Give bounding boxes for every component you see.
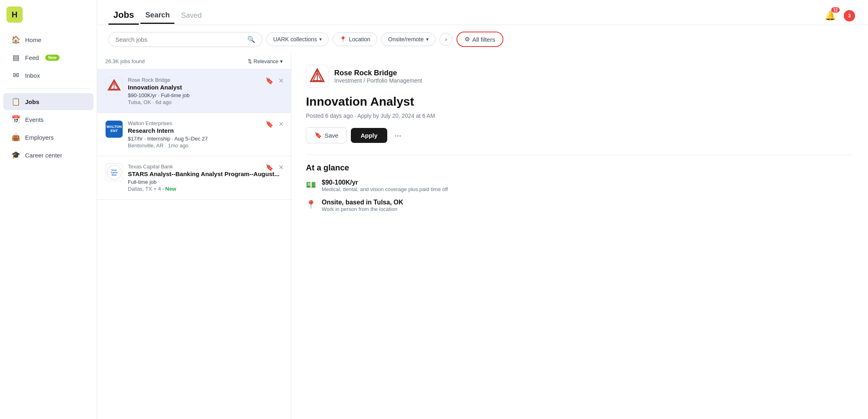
inbox-icon: ✉ xyxy=(11,71,20,80)
job-title-2: Research Intern xyxy=(128,127,283,134)
texas-capital-bank-logo: Texas Capital Bank xyxy=(106,164,122,181)
save-button[interactable]: 🔖 Save xyxy=(306,127,347,143)
glance-location-text: Onsite, based in Tulsa, OK Work in perso… xyxy=(322,199,403,212)
job-salary-1: $90-100K/yr · Full-time job xyxy=(128,92,283,98)
bookmark-button-3[interactable]: 🔖 xyxy=(264,162,275,173)
job-detail-title: Innovation Analyst xyxy=(306,95,853,108)
job-company-1: Rose Rock Bridge xyxy=(128,77,283,83)
sidebar-item-jobs[interactable]: 📋 Jobs xyxy=(3,93,93,110)
job-logo-2: WALTONENT xyxy=(105,120,123,138)
job-salary-2: $17/hr · Internship · Aug 5–Dec 27 xyxy=(128,136,283,142)
bookmark-button-1[interactable]: 🔖 xyxy=(264,75,275,86)
feed-new-badge: New xyxy=(45,55,59,61)
more-options-button[interactable]: ··· xyxy=(391,129,405,142)
company-logo-large xyxy=(306,65,329,87)
job-info-2: Walton Enterprises Research Intern $17/h… xyxy=(128,120,283,149)
feed-icon: ▤ xyxy=(11,53,20,62)
at-a-glance-title: At a glance xyxy=(306,163,853,172)
sidebar-item-feed[interactable]: ▤ Feed New xyxy=(3,49,93,66)
search-box[interactable]: 🔍 xyxy=(108,32,262,47)
career-center-icon: 🎓 xyxy=(11,151,20,160)
job-location-3: Dallas, TX + 4 · New xyxy=(128,186,283,192)
search-icon: 🔍 xyxy=(247,36,255,43)
rose-rock-bridge-logo xyxy=(107,79,121,93)
svg-text:Bank: Bank xyxy=(112,174,117,176)
apply-button[interactable]: Apply xyxy=(351,128,387,143)
job-meta: Posted 6 days ago · Apply by July 20, 20… xyxy=(306,113,853,119)
tab-search[interactable]: Search xyxy=(140,8,174,24)
filters-next-button[interactable]: › xyxy=(439,33,452,46)
onsite-filter-label: Onsite/remote xyxy=(388,36,424,43)
notifications-bell[interactable]: 🔔 12 xyxy=(823,9,837,23)
sidebar-item-inbox[interactable]: ✉ Inbox xyxy=(3,67,93,84)
all-filters-button[interactable]: ⚙ All filters xyxy=(456,32,503,47)
bookmark-button-2[interactable]: 🔖 xyxy=(264,119,275,130)
job-title-1: Innovation Analyst xyxy=(128,84,283,91)
uark-filter-button[interactable]: UARK collections ▾ xyxy=(266,32,329,46)
uark-filter-label: UARK collections xyxy=(273,36,317,43)
job-card-3[interactable]: Texas Capital Bank Texas Capital Bank ST… xyxy=(97,156,291,200)
posted-date: Posted 6 days ago xyxy=(306,113,353,119)
job-detail: Rose Rock Bridge Investment / Portfolio … xyxy=(291,53,868,419)
sidebar: H 🏠 Home ▤ Feed New ✉ Inbox 📋 Jobs 📅 Eve… xyxy=(0,0,97,419)
uark-chevron-icon: ▾ xyxy=(319,36,322,42)
header-tabs: Jobs Search Saved xyxy=(108,6,206,25)
dismiss-button-1[interactable]: ✕ xyxy=(277,75,285,86)
sidebar-item-events[interactable]: 📅 Events xyxy=(3,111,93,128)
bookmark-icon: 🔖 xyxy=(314,132,322,139)
dismiss-button-3[interactable]: ✕ xyxy=(277,162,285,173)
job-actions: 🔖 Save Apply ··· xyxy=(306,127,853,143)
job-location-2: Bentonville, AR · 1mo ago xyxy=(128,143,283,149)
search-input[interactable] xyxy=(115,36,244,43)
job-salary-3: Full-time job xyxy=(128,179,283,185)
all-filters-label: All filters xyxy=(472,36,495,43)
content-area: 26.3K jobs found ⇅ Relevance ▾ R xyxy=(97,53,868,419)
glance-location-main: Onsite, based in Tulsa, OK xyxy=(322,199,403,206)
glance-item-location: 📍 Onsite, based in Tulsa, OK Work in per… xyxy=(306,199,853,212)
sort-icon: ⇅ xyxy=(248,58,252,64)
header-right: 🔔 12 3 xyxy=(823,9,857,23)
dot-count: 3 xyxy=(844,10,855,21)
sidebar-item-career-center[interactable]: 🎓 Career center xyxy=(3,147,93,164)
company-header: Rose Rock Bridge Investment / Portfolio … xyxy=(306,65,853,87)
notifications-dot[interactable]: 3 xyxy=(842,9,857,23)
tab-saved[interactable]: Saved xyxy=(176,8,206,23)
glance-item-salary: 💵 $90-100K/yr Medical, dental, and visio… xyxy=(306,179,853,192)
salary-icon: 💵 xyxy=(306,180,316,189)
job-list-header: 26.3K jobs found ⇅ Relevance ▾ xyxy=(97,53,291,70)
page-header: Jobs Search Saved 🔔 12 3 xyxy=(97,0,868,25)
employers-icon: 👜 xyxy=(11,133,20,142)
job-location-1: Tulsa, OK · 6d ago xyxy=(128,99,283,105)
dismiss-button-2[interactable]: ✕ xyxy=(277,119,285,130)
sidebar-label-career-center: Career center xyxy=(25,152,62,159)
sidebar-item-home[interactable]: 🏠 Home xyxy=(3,31,93,48)
meta-separator: · xyxy=(354,113,357,119)
job-card-2[interactable]: WALTONENT Walton Enterprises Research In… xyxy=(97,113,291,156)
sidebar-label-home: Home xyxy=(25,36,41,43)
glance-salary-text: $90-100K/yr Medical, dental, and vision … xyxy=(322,179,448,192)
new-badge-3: · New xyxy=(161,186,176,192)
jobs-icon: 📋 xyxy=(11,97,20,106)
home-icon: 🏠 xyxy=(11,35,20,44)
sort-button[interactable]: ⇅ Relevance ▾ xyxy=(248,58,283,64)
sidebar-divider xyxy=(6,88,90,89)
job-card-1[interactable]: Rose Rock Bridge Innovation Analyst $90-… xyxy=(97,70,291,113)
apply-deadline: Apply by July 20, 2024 at 6 AM xyxy=(357,113,435,119)
job-card-1-actions: 🔖 ✕ xyxy=(264,75,285,86)
location-filter-button[interactable]: 📍 Location xyxy=(333,32,377,46)
job-logo-1 xyxy=(105,77,123,95)
glance-salary-main: $90-100K/yr xyxy=(322,179,448,186)
location-pin-detail-icon: 📍 xyxy=(306,200,316,209)
job-logo-3: Texas Capital Bank xyxy=(105,164,123,181)
job-company-2: Walton Enterprises xyxy=(128,120,283,126)
sort-label: Relevance xyxy=(254,58,278,64)
sidebar-item-employers[interactable]: 👜 Employers xyxy=(3,129,93,146)
sliders-icon: ⚙ xyxy=(465,36,470,43)
app-logo[interactable]: H xyxy=(6,6,23,23)
chevron-right-icon: › xyxy=(445,36,447,43)
onsite-filter-button[interactable]: Onsite/remote ▾ xyxy=(381,32,435,46)
company-name: Rose Rock Bridge xyxy=(334,69,422,77)
bell-count: 12 xyxy=(831,7,840,13)
page-title: Jobs xyxy=(108,6,139,25)
job-company-3: Texas Capital Bank xyxy=(128,164,283,170)
